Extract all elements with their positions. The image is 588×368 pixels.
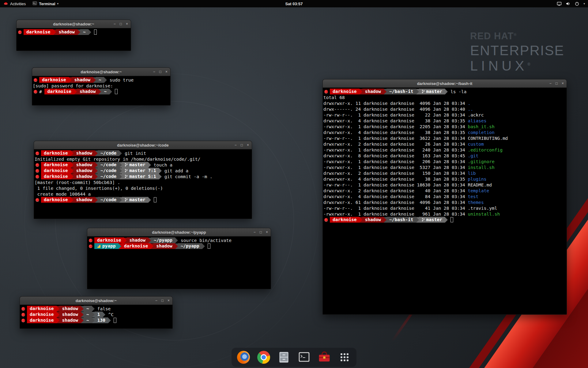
window-titlebar[interactable]: darknoise@shadow:~ − □ × (32, 68, 170, 76)
window-titlebar[interactable]: darknoise@shadow:~ − □ × (17, 20, 131, 28)
prompt-segment: darknoise (41, 197, 71, 203)
brand-line-redhat: RED HAT® (470, 31, 564, 42)
powerline-arrow-icon (360, 89, 362, 94)
window-titlebar[interactable]: darknoise@shadow:~/code − □ × (34, 141, 252, 149)
minimize-button[interactable]: − (114, 22, 116, 26)
activities-button[interactable]: Activities (0, 0, 29, 7)
redhat-prompt-icon (324, 218, 328, 222)
terminal-text: [master (root-commit) 50bcb63] . (35, 180, 120, 185)
prompt-segment: ~/pyapp (178, 243, 202, 249)
powerline-arrow-icon (69, 77, 72, 83)
file-name: uninstall.sh (468, 212, 500, 217)
terminal-line: darknoiseshadow~/codegit init (35, 150, 251, 156)
dock-item-toolbox[interactable] (317, 350, 331, 364)
redhat-prompt-icon (21, 307, 25, 311)
terminal-window: darknoise@shadow:~ − □ × darknoiseshadow… (16, 20, 131, 51)
close-button[interactable]: × (168, 299, 170, 302)
terminal-text: git add a (164, 168, 189, 173)
terminal-text: .travis.yml (468, 206, 497, 211)
terminal-line: drwxrwxr-x. 8 darknoise darknoise 163 Ja… (323, 153, 566, 159)
dock-item-terminal[interactable] (297, 350, 311, 364)
terminal-line: darknoiseshadow~/codemaster S:1git commi… (35, 174, 251, 179)
dock-item-app-grid[interactable] (337, 350, 352, 364)
minimize-button[interactable]: − (235, 143, 237, 147)
terminal-content[interactable]: darknoiseshadow~falsedarknoiseshadow~1^C… (20, 305, 172, 323)
dock-item-chrome[interactable] (257, 350, 271, 364)
maximize-button[interactable]: □ (241, 143, 243, 147)
powerline-arrow-icon (95, 151, 98, 156)
close-button[interactable]: × (126, 22, 128, 26)
prompt-segment: master (122, 162, 148, 168)
maximize-button[interactable]: □ (159, 70, 161, 74)
prompt-segment: ~/bash-it (386, 217, 416, 223)
registered-mark: ® (514, 33, 516, 37)
dock-item-files[interactable] (277, 350, 291, 364)
maximize-button[interactable]: □ (556, 82, 558, 85)
terminal-line: drwxrwxr-x. 4 darknoise darknoise 38 Jan… (323, 118, 566, 124)
terminal-content[interactable]: darknoiseshadow~sudo true[sudo] password… (32, 76, 170, 94)
terminal-content[interactable]: darknoiseshadow~/codegit initInitialized… (34, 149, 252, 203)
terminal-line: darknoiseshadow~/pyappsource bin/activat… (88, 237, 270, 243)
redhat-prompt-icon (89, 239, 92, 242)
close-button[interactable]: × (247, 143, 249, 147)
powerline-arrow-icon (175, 243, 178, 249)
terminal-text: -rw-rw-r--. 1 darknoise darknoise 22 Jan… (323, 113, 468, 117)
powerline-arrow-icon (71, 197, 74, 203)
powerline-arrow-icon (92, 318, 95, 323)
redhat-prompt-icon (36, 198, 39, 202)
minimize-button[interactable]: − (254, 230, 256, 234)
prompt-segment: darknoise (121, 243, 151, 249)
redhat-prompt-icon (36, 169, 39, 173)
terminal-content[interactable]: darknoiseshadow~/bash-itmasterls -latota… (323, 88, 567, 223)
terminal-cursor (115, 89, 118, 94)
git-branch-icon (125, 169, 128, 173)
powerline-arrow-icon (119, 168, 122, 174)
close-button[interactable]: × (562, 82, 564, 85)
close-button[interactable]: × (165, 70, 168, 74)
terminal-text: Initialized empty Git repository in /hom… (35, 157, 200, 162)
file-name: .git (468, 153, 478, 158)
git-branch-icon (125, 198, 128, 202)
display-icon[interactable] (557, 1, 562, 6)
power-icon[interactable] (575, 1, 579, 6)
powerline-arrow-icon (416, 217, 419, 223)
prompt-segment: master (419, 217, 445, 223)
maximize-button[interactable]: □ (120, 22, 122, 26)
minimize-button[interactable]: − (153, 70, 155, 74)
powerline-arrow-icon (175, 238, 178, 243)
clock[interactable]: Sat 03:57 (285, 2, 303, 6)
powerline-arrow-icon (148, 162, 151, 168)
dock-item-firefox[interactable] (236, 350, 251, 364)
volume-icon[interactable] (566, 1, 571, 6)
terminal-line: -rwxrwxr-x. 1 darknoise darknoise 961 Ja… (323, 211, 566, 217)
minimize-button[interactable]: − (155, 299, 157, 302)
terminal-text: false (97, 306, 111, 311)
system-status-area[interactable]: ▾ (557, 0, 588, 7)
window-titlebar[interactable]: darknoise@shadow:~/pyapp − □ × (87, 228, 271, 236)
prompt-segment: shadow (362, 89, 384, 94)
window-title: darknoise@shadow:~/pyapp (87, 230, 271, 235)
prompt-segment: darknoise (330, 217, 360, 223)
close-button[interactable]: × (266, 230, 268, 234)
minimize-button[interactable]: − (549, 82, 552, 85)
prompt-segment: ~/code (98, 162, 119, 168)
terminal-text: create mode 100644 a (35, 192, 91, 197)
powerline-arrow-icon (74, 89, 77, 94)
toolbox-icon (318, 351, 331, 364)
prompt-segment: shadow (362, 217, 384, 223)
terminal-content[interactable]: darknoiseshadow~/pyappsource bin/activat… (87, 236, 271, 249)
terminal-content[interactable]: darknoiseshadow~ (17, 28, 131, 35)
maximize-button[interactable]: □ (161, 299, 164, 302)
terminal-line: drwxrwxr-x. 4 darknoise darknoise 84 Jan… (323, 194, 566, 199)
terminal-text: git commit -a -m . (164, 174, 213, 179)
window-titlebar[interactable]: darknoise@shadow:~/bash-it − □ × (323, 79, 567, 88)
app-menu-terminal[interactable]: Terminal ▾ (29, 0, 62, 7)
prompt-segment: master (419, 89, 445, 94)
powerline-arrow-icon (159, 168, 162, 174)
terminal-text: -rwxrwxr-x. 1 darknoise darknoise 2205 J… (323, 124, 468, 129)
prompt-segment: shadow (59, 306, 81, 312)
window-titlebar[interactable]: darknoise@shadow:~ − □ × (20, 297, 172, 305)
prompt-segment: ~ (96, 77, 104, 83)
terminal-line: darknoiseshadow~sudo true (33, 77, 170, 83)
maximize-button[interactable]: □ (260, 230, 262, 234)
